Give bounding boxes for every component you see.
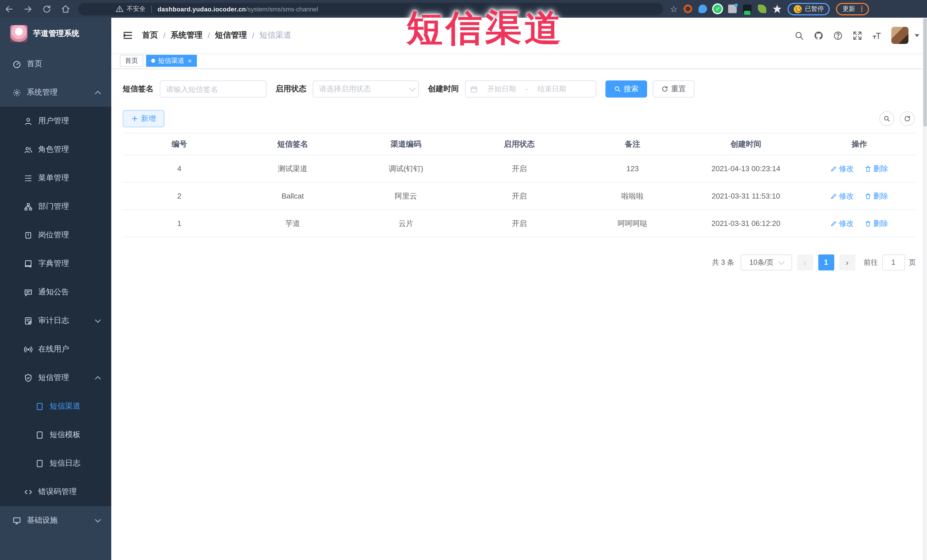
- extension-ring-icon[interactable]: [684, 5, 693, 13]
- breadcrumb-sms[interactable]: 短信管理: [215, 30, 247, 41]
- edit-icon: [830, 165, 837, 172]
- page-size-select[interactable]: 10条/页: [740, 255, 792, 270]
- sign-input[interactable]: [160, 80, 266, 97]
- avatar-caret-icon[interactable]: [915, 34, 919, 37]
- next-page-button[interactable]: ›: [839, 255, 855, 270]
- refresh-icon: [661, 86, 668, 93]
- goto-label: 前往: [864, 258, 878, 267]
- delete-icon: [865, 165, 872, 172]
- sidebar-item-online-users[interactable]: 在线用户: [0, 335, 111, 363]
- forward-icon[interactable]: [23, 4, 32, 14]
- edit-link[interactable]: 修改: [830, 218, 854, 229]
- breadcrumb-system[interactable]: 系统管理: [171, 30, 202, 41]
- sidebar-item-home[interactable]: 首页: [0, 50, 111, 78]
- github-icon[interactable]: [814, 30, 824, 40]
- right-toolbar: [879, 111, 915, 126]
- extension-switch-icon[interactable]: [743, 5, 752, 13]
- sidebar-item-infra[interactable]: 基础设施: [0, 506, 111, 534]
- add-button[interactable]: 新增: [123, 110, 164, 127]
- toggle-search-button[interactable]: [879, 111, 894, 126]
- breadcrumb-current: 短信渠道: [259, 30, 291, 41]
- update-label: 更新: [843, 5, 855, 13]
- message-icon: [24, 288, 32, 296]
- sidebar-menu: 首页 系统管理 用户管理 角色管理: [0, 50, 111, 534]
- url-bar[interactable]: 不安全 dashboard.yudao.iocoder.cn/system/sm…: [78, 3, 663, 15]
- page-number-current[interactable]: 1: [818, 255, 834, 270]
- status-select[interactable]: 请选择启用状态: [313, 80, 419, 97]
- edit-link[interactable]: 修改: [830, 164, 854, 174]
- header-search-icon[interactable]: [794, 30, 804, 40]
- home-icon[interactable]: [61, 4, 70, 14]
- sidebar-item-notice[interactable]: 通知公告: [0, 278, 111, 307]
- extension-leaf-icon[interactable]: [758, 5, 767, 13]
- extensions-puzzle-icon[interactable]: [773, 5, 781, 13]
- back-icon[interactable]: [5, 4, 14, 14]
- hamburger-icon[interactable]: [123, 30, 133, 41]
- table-row: 2 Ballcat 阿里云 开启 啦啦啦 2021-03-31 11:53:10…: [123, 182, 916, 210]
- reload-icon[interactable]: [42, 4, 52, 14]
- fullscreen-icon[interactable]: [853, 30, 862, 40]
- delete-link[interactable]: 删除: [865, 164, 888, 174]
- help-icon[interactable]: [833, 30, 843, 40]
- tag-sms-channel[interactable]: 短信渠道 ×: [146, 55, 197, 67]
- col-status: 启用状态: [462, 133, 576, 155]
- close-icon[interactable]: ×: [188, 57, 192, 64]
- table-header-row: 编号 短信签名 渠道编码 启用状态 备注 创建时间 操作: [123, 133, 916, 155]
- search-button[interactable]: 搜索: [605, 80, 647, 97]
- breadcrumb-home[interactable]: 首页: [142, 30, 158, 41]
- prev-page-button[interactable]: ‹: [797, 255, 813, 270]
- sidebar-item-sms-template[interactable]: 短信模板: [0, 420, 111, 449]
- refresh-table-button[interactable]: [900, 111, 915, 126]
- sidebar-item-system[interactable]: 系统管理: [0, 78, 111, 107]
- pagination: 共 3 条 10条/页 ‹ 1 › 前往 页: [123, 255, 916, 270]
- extension-drop-icon[interactable]: [699, 5, 707, 13]
- end-date-input[interactable]: [530, 85, 573, 93]
- search-icon: [614, 86, 621, 93]
- sidebar-item-sms-log[interactable]: 短信日志: [0, 449, 111, 478]
- sidebar-item-roles[interactable]: 角色管理: [0, 135, 111, 164]
- roles-icon: [24, 145, 32, 154]
- system-submenu: 用户管理 角色管理 菜单管理 部门管理: [0, 107, 111, 506]
- sidebar-item-users[interactable]: 用户管理: [0, 107, 111, 135]
- active-dot-icon: [151, 59, 155, 63]
- file-icon: [35, 402, 44, 411]
- font-size-icon[interactable]: [872, 30, 881, 40]
- tag-home[interactable]: 首页: [120, 55, 143, 67]
- chevron-down-icon: [778, 258, 785, 265]
- sidebar-item-posts[interactable]: 岗位管理: [0, 221, 111, 249]
- window-scrollbar[interactable]: [923, 18, 927, 560]
- edit-link[interactable]: 修改: [830, 191, 854, 201]
- delete-link[interactable]: 删除: [865, 218, 888, 229]
- sidebar-item-error-code[interactable]: 错误码管理: [0, 478, 111, 506]
- delete-link[interactable]: 删除: [865, 191, 888, 201]
- start-date-input[interactable]: [480, 85, 523, 93]
- gear-icon: [12, 88, 21, 97]
- sign-label: 短信签名: [123, 84, 153, 94]
- bookmark-star-icon[interactable]: ☆: [670, 5, 678, 13]
- extension-check-icon[interactable]: ✓: [714, 5, 722, 13]
- sidebar-item-sms[interactable]: 短信管理: [0, 363, 111, 392]
- sidebar-item-audit-log[interactable]: 审计日志: [0, 307, 111, 335]
- sidebar-item-dict[interactable]: 字典管理: [0, 249, 111, 278]
- goto-page-input[interactable]: [882, 255, 905, 270]
- reset-button[interactable]: 重置: [653, 80, 694, 97]
- col-remark: 备注: [576, 133, 689, 155]
- sidebar-item-sms-channel[interactable]: 短信渠道: [0, 392, 111, 420]
- browser-menu-icon[interactable]: ⋮: [858, 5, 865, 13]
- extension-grid-icon[interactable]: [728, 5, 737, 13]
- chevron-down-icon: [409, 85, 416, 91]
- sidebar-item-depts[interactable]: 部门管理: [0, 192, 111, 221]
- app-logo-row[interactable]: 芋道管理系统: [0, 18, 111, 50]
- sms-channel-table: 编号 短信签名 渠道编码 启用状态 备注 创建时间 操作 4 测试渠道: [123, 133, 916, 237]
- dashboard-icon: [12, 60, 21, 68]
- profile-paused-chip[interactable]: 已暂停: [788, 3, 830, 15]
- pagination-total: 共 3 条: [712, 258, 734, 267]
- sidebar: 芋道管理系统 首页 系统管理 用户管理: [0, 18, 111, 560]
- scrollbar-thumb[interactable]: [923, 18, 927, 127]
- sidebar-item-menus[interactable]: 菜单管理: [0, 164, 111, 192]
- chrome-update-button[interactable]: 更新 ⋮: [836, 3, 869, 15]
- time-label: 创建时间: [428, 84, 459, 94]
- avatar[interactable]: [891, 27, 909, 44]
- date-range-picker[interactable]: -: [465, 80, 596, 97]
- sms-shield-icon: [24, 373, 32, 382]
